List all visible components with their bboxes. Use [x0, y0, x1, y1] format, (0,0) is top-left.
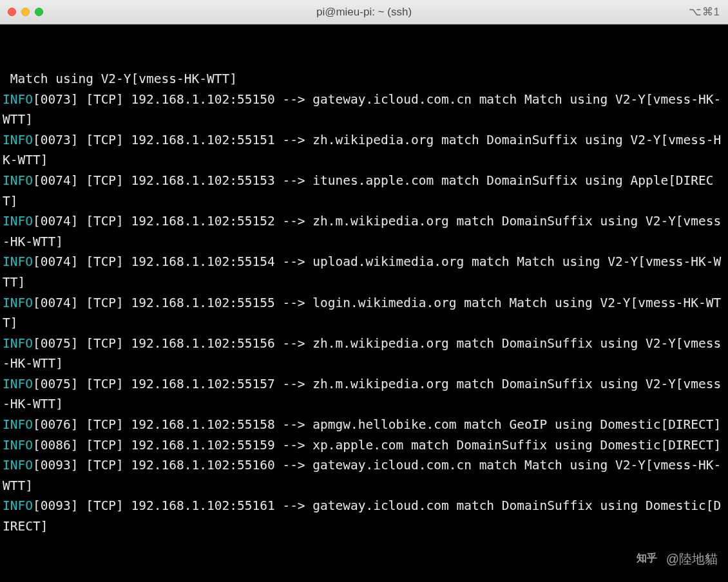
- svg-text:知乎: 知乎: [637, 552, 657, 563]
- log-level-info: INFO: [3, 498, 33, 513]
- log-level-info: INFO: [3, 173, 33, 188]
- log-level-info: INFO: [3, 214, 33, 229]
- terminal-output[interactable]: Match using V2-Y[vmess-HK-WTT] INFO[0073…: [0, 24, 728, 582]
- minimize-window-button[interactable]: [21, 8, 30, 16]
- log-level-info: INFO: [3, 438, 33, 453]
- terminal-lines: Match using V2-Y[vmess-HK-WTT] INFO[0073…: [3, 69, 725, 536]
- watermark-user: @陸地貓: [666, 549, 718, 569]
- zhihu-watermark: 知乎 @陸地貓: [637, 549, 718, 569]
- log-level-info: INFO: [3, 92, 33, 107]
- log-level-info: INFO: [3, 254, 33, 269]
- window-titlebar: pi@mieu-pi: ~ (ssh) ⌥⌘1: [0, 0, 728, 24]
- log-level-info: INFO: [3, 133, 33, 147]
- log-level-info: INFO: [3, 417, 33, 432]
- window-shortcut-hint: ⌥⌘1: [689, 5, 720, 19]
- log-level-info: INFO: [3, 458, 33, 473]
- log-level-info: INFO: [3, 336, 33, 351]
- window-title: pi@mieu-pi: ~ (ssh): [316, 6, 412, 19]
- log-level-info: INFO: [3, 377, 33, 391]
- traffic-lights: [8, 8, 43, 16]
- close-window-button[interactable]: [8, 8, 16, 16]
- log-level-info: INFO: [3, 296, 33, 310]
- zoom-window-button[interactable]: [35, 8, 43, 16]
- zhihu-logo-icon: 知乎: [637, 552, 662, 565]
